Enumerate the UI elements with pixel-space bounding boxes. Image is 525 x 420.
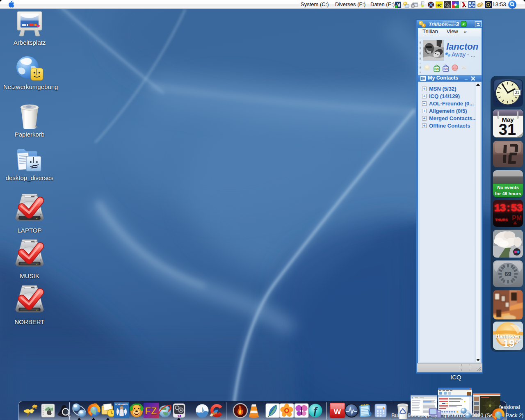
- svg-text:31: 31: [515, 90, 520, 95]
- svg-text:cerulean studios: cerulean studios: [443, 21, 457, 23]
- svg-text:31: 31: [499, 121, 516, 137]
- svg-text:HC: HC: [436, 3, 442, 7]
- svg-text:69: 69: [504, 270, 511, 277]
- svg-text:FZ: FZ: [145, 405, 157, 416]
- svg-text:19°: 19°: [503, 337, 519, 349]
- svg-text:brb: brb: [434, 68, 439, 71]
- svg-text:w: w: [333, 406, 341, 416]
- svg-text:brb: brb: [443, 68, 448, 71]
